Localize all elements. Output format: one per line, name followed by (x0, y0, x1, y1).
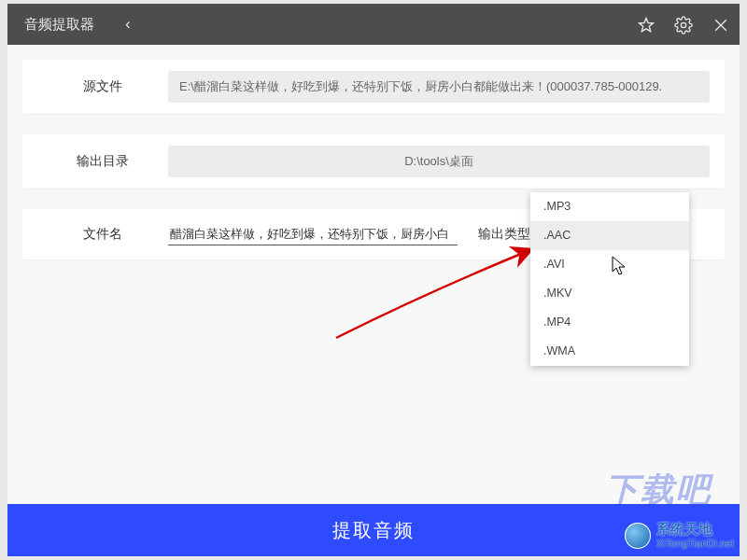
option-mkv[interactable]: .MKV (530, 279, 689, 308)
option-mp3[interactable]: .MP3 (530, 192, 689, 221)
output-dir-label: 输出目录 (37, 153, 168, 170)
output-type-dropdown: .MP3 .AAC .AVI .MKV .MP4 .WMA (530, 192, 689, 366)
filename-label: 文件名 (37, 226, 168, 243)
source-file-row: 源文件 E:\醋溜白菜这样做，好吃到爆，还特别下饭，厨房小白都能做出来！(000… (22, 60, 725, 114)
titlebar: 音频提取器 ‹ (7, 4, 740, 45)
option-avi[interactable]: .AVI (530, 250, 689, 279)
output-dir-field[interactable]: D:\tools\桌面 (168, 146, 710, 177)
favorite-icon[interactable] (627, 14, 665, 34)
extract-audio-button[interactable]: 提取音频 (7, 504, 740, 556)
back-button[interactable]: ‹ (111, 16, 145, 33)
option-mp4[interactable]: .MP4 (530, 308, 689, 337)
close-icon[interactable] (702, 14, 740, 34)
option-aac[interactable]: .AAC (530, 221, 689, 250)
app-title: 音频提取器 (7, 16, 111, 34)
source-file-field[interactable]: E:\醋溜白菜这样做，好吃到爆，还特别下饭，厨房小白都能做出来！(000037.… (168, 71, 710, 103)
svg-point-1 (681, 22, 685, 27)
svg-marker-0 (640, 18, 654, 31)
output-dir-row: 输出目录 D:\tools\桌面 (22, 134, 725, 189)
settings-icon[interactable] (665, 14, 702, 34)
option-wma[interactable]: .WMA (530, 337, 689, 366)
source-file-label: 源文件 (37, 78, 168, 95)
filename-input[interactable] (168, 223, 458, 245)
